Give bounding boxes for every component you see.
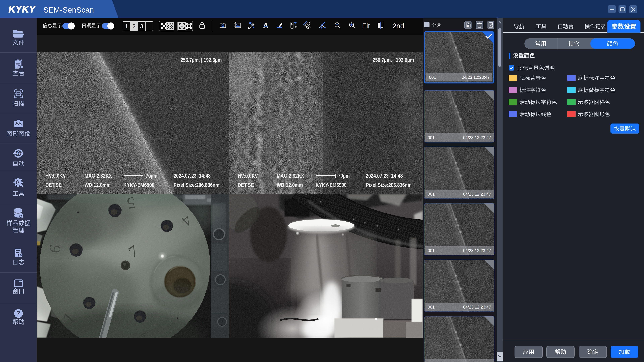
svg-text:?: ?	[16, 310, 20, 317]
svg-text:A: A	[16, 150, 21, 157]
